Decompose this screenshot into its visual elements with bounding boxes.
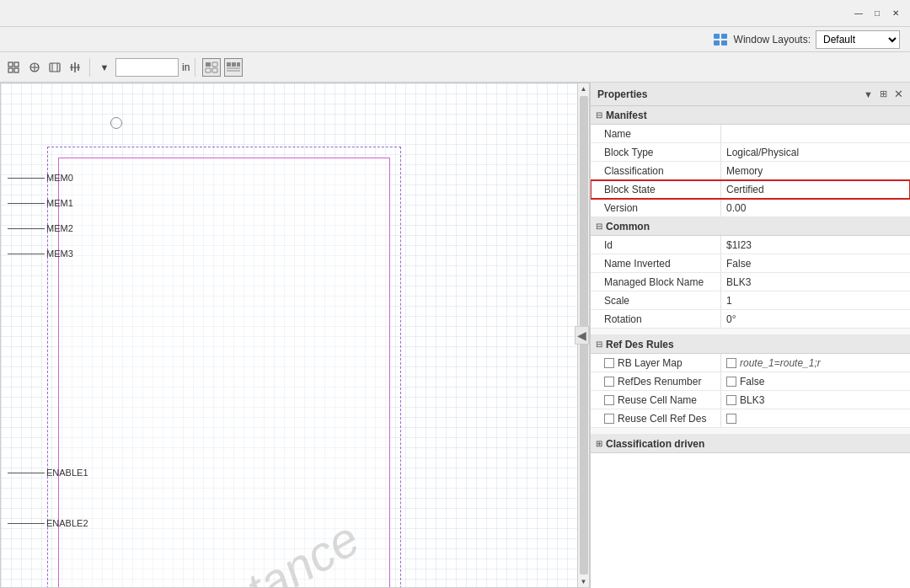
svg-rect-22 [227, 62, 231, 67]
checkbox-reuse-cell-name-val[interactable] [726, 395, 736, 405]
zoom-dropdown-arrow[interactable]: ▼ [95, 58, 114, 77]
prop-key-refdes-renumber: RefDes Renumber [591, 372, 721, 390]
pin-mem0: MEM0 [8, 173, 73, 183]
zoom-input[interactable]: 0.10000 [115, 58, 179, 77]
layouts-select[interactable]: Default [816, 30, 900, 49]
prop-value-block-type[interactable]: Logical/Physical [721, 143, 910, 161]
svg-rect-4 [8, 62, 13, 67]
prop-key-scale: Scale [591, 291, 721, 309]
ref-des-rules-section-header: ⊟ Ref Des Rules [591, 335, 910, 354]
svg-rect-5 [14, 62, 19, 67]
prop-row-block-state: Block State Certified [591, 180, 910, 199]
prop-row-name-inverted: Name Inverted False [591, 254, 910, 273]
svg-rect-7 [14, 68, 19, 72]
panel-dock-button[interactable]: ⊞ [880, 88, 887, 99]
toolbar-separator-2 [195, 58, 195, 77]
prop-key-name: Name [591, 125, 721, 142]
manifest-collapse-icon[interactable]: ⊟ [596, 110, 602, 120]
toolbar-separator-1 [89, 58, 90, 77]
prop-row-refdes-renumber: RefDes Renumber False [591, 372, 910, 391]
manifest-section-label: Manifest [606, 110, 647, 121]
classification-driven-collapse-icon[interactable]: ⊞ [596, 439, 602, 448]
prop-key-block-type: Block Type [591, 143, 721, 161]
pin-mem3: MEM3 [8, 249, 73, 259]
target-circle [110, 117, 122, 129]
checkbox-rb-layer-map-val[interactable] [726, 358, 736, 368]
block-outer: stance MEM0 MEM1 MEM2 MEM3 ENABLE1 [47, 147, 401, 588]
prop-row-block-type: Block Type Logical/Physical [591, 143, 910, 162]
ref-des-rules-collapse-icon[interactable]: ⊟ [596, 339, 602, 349]
svg-rect-23 [232, 62, 236, 67]
prop-value-refdes-renumber[interactable]: False [721, 372, 910, 390]
prop-value-rotation[interactable]: 0° [721, 310, 910, 328]
checkbox-reuse-cell-name[interactable] [604, 395, 614, 405]
svg-rect-0 [714, 34, 720, 39]
prop-value-rb-layer-map[interactable]: route_1=route_1;r [721, 354, 910, 372]
prop-row-empty-2 [591, 428, 910, 435]
toolbar: ▼ 0.10000 in [0, 52, 910, 83]
maximize-button[interactable]: □ [870, 6, 885, 21]
close-button[interactable]: ✕ [888, 6, 903, 21]
prop-value-classification[interactable]: Memory [721, 162, 910, 179]
checkbox-refdes-renumber[interactable] [604, 377, 614, 387]
checkbox-reuse-cell-ref-des-val[interactable] [726, 414, 736, 424]
classification-driven-section-header: ⊞ Classification driven [591, 435, 910, 453]
panel-close-button[interactable]: ✕ [894, 88, 903, 100]
common-collapse-icon[interactable]: ⊟ [596, 222, 602, 231]
prop-value-id[interactable]: $1I23 [721, 236, 910, 254]
prop-key-managed-block-name: Managed Block Name [591, 273, 721, 291]
svg-rect-2 [714, 40, 720, 45]
collapse-panel-arrow[interactable]: ◀ [575, 326, 589, 345]
prop-value-name[interactable] [721, 125, 910, 142]
toolbar-icon-4[interactable] [66, 58, 84, 77]
prop-key-id: Id [591, 236, 721, 254]
window-layouts-icon [714, 34, 727, 45]
toolbar-icon-1[interactable] [5, 58, 24, 77]
prop-value-reuse-cell-name[interactable]: BLK3 [721, 391, 910, 409]
pin-enable2: ENABLE2 [8, 518, 88, 528]
properties-table: ⊟ Manifest Name Block Type Logical/Physi… [591, 106, 910, 588]
layouts-label: Window Layouts: [734, 34, 811, 45]
main-area: stance MEM0 MEM1 MEM2 MEM3 ENABLE1 [0, 83, 910, 588]
grid-button-1[interactable] [202, 58, 221, 77]
block-label: stance [216, 510, 368, 588]
svg-rect-18 [206, 62, 211, 67]
checkbox-refdes-renumber-val[interactable] [726, 377, 736, 387]
prop-key-reuse-cell-ref-des: Reuse Cell Ref Des [591, 409, 721, 427]
toolbar-icon-3[interactable] [46, 58, 64, 77]
refdes-renumber-value: False [740, 376, 764, 388]
grid-button-2[interactable] [224, 58, 243, 77]
canvas-area[interactable]: stance MEM0 MEM1 MEM2 MEM3 ENABLE1 [0, 83, 590, 588]
prop-row-rotation: Rotation 0° [591, 310, 910, 329]
prop-value-managed-block-name[interactable]: BLK3 [721, 273, 910, 291]
prop-row-rb-layer-map: RB Layer Map route_1=route_1;r [591, 354, 910, 372]
reuse-cell-name-value: BLK3 [740, 394, 764, 406]
checkbox-reuse-cell-ref-des[interactable] [604, 414, 614, 424]
prop-key-version: Version [591, 199, 721, 216]
minimize-button[interactable]: — [851, 6, 866, 21]
prop-row-id: Id $1I23 [591, 236, 910, 254]
toolbar-icon-2[interactable] [25, 58, 44, 77]
prop-row-empty [591, 329, 910, 335]
prop-value-name-inverted[interactable]: False [721, 254, 910, 272]
properties-panel: Properties ▼ ⊞ ✕ ⊟ Manifest Name Block T… [590, 83, 910, 588]
title-bar-controls: — □ ✕ [851, 6, 903, 21]
prop-value-version[interactable]: 0.00 [721, 199, 910, 216]
svg-rect-6 [8, 68, 13, 72]
checkbox-rb-layer-map[interactable] [604, 358, 614, 368]
panel-pin-button[interactable]: ▼ [864, 89, 873, 99]
pin-enable1: ENABLE1 [8, 468, 88, 478]
prop-key-rotation: Rotation [591, 310, 721, 328]
scroll-down-arrow[interactable]: ▼ [579, 576, 589, 587]
title-bar: — □ ✕ [0, 0, 910, 27]
common-section-label: Common [606, 221, 650, 233]
scroll-up-arrow[interactable]: ▲ [579, 83, 589, 94]
prop-row-reuse-cell-name: Reuse Cell Name BLK3 [591, 391, 910, 409]
prop-row-reuse-cell-ref-des: Reuse Cell Ref Des [591, 409, 910, 428]
prop-value-scale[interactable]: 1 [721, 291, 910, 309]
prop-value-reuse-cell-ref-des[interactable] [721, 409, 910, 427]
svg-rect-3 [721, 40, 727, 45]
prop-row-name: Name [591, 125, 910, 143]
prop-value-block-state[interactable]: Certified [721, 180, 910, 198]
panel-header: Properties ▼ ⊞ ✕ [591, 83, 910, 106]
